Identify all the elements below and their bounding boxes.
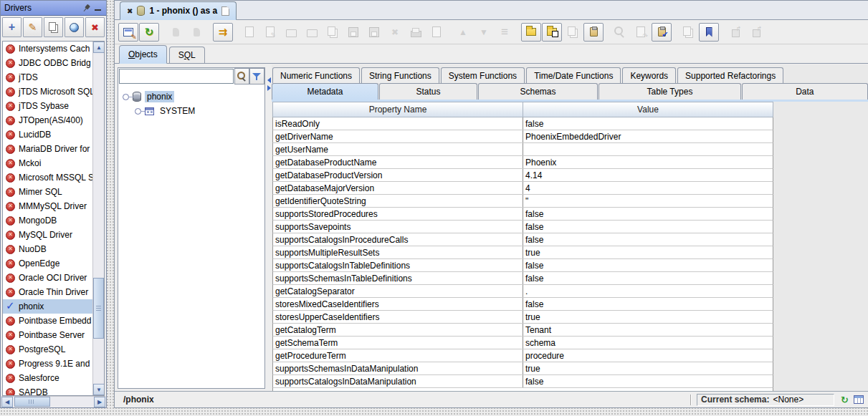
tree-search-input[interactable]	[119, 69, 234, 84]
session-properties-button[interactable]	[118, 23, 138, 42]
driver-list-item[interactable]: MMMySQL Driver	[3, 199, 92, 213]
tab-numeric-functions[interactable]: Numeric Functions	[272, 67, 360, 83]
vertical-scrollbar-thumb[interactable]	[93, 278, 104, 339]
driver-list-item[interactable]: Pointbase Embedd	[3, 314, 92, 328]
metadata-row[interactable]: storesMixedCaseIdentifiersfalse	[272, 298, 773, 311]
metadata-row[interactable]: getProcedureTermprocedure	[272, 349, 773, 362]
tab-string-functions[interactable]: String Functions	[361, 67, 439, 83]
property-name-cell: getUserName	[273, 143, 523, 155]
scroll-up-button[interactable]: ▲	[93, 42, 105, 53]
tab-objects[interactable]: Objects	[119, 45, 167, 64]
driver-list-item[interactable]: Progress 9.1E and	[3, 357, 92, 371]
metadata-row[interactable]: getDatabaseProductVersion4.14	[272, 169, 773, 182]
driver-list-item[interactable]: Pointbase Server	[3, 328, 92, 342]
expand-handle-icon[interactable]	[135, 108, 141, 115]
driver-list-item[interactable]: NuoDB	[3, 242, 92, 256]
paste-sql-history-button[interactable]	[583, 23, 604, 42]
tab-schemas[interactable]: Schemas	[478, 83, 598, 100]
metadata-row[interactable]: getDatabaseProductNamePhoenix	[272, 156, 773, 169]
tree-node-phonix[interactable]: phonix	[123, 90, 264, 104]
metadata-row[interactable]: getDriverNamePhoenixEmbeddedDriver	[272, 130, 773, 143]
scroll-down-button[interactable]: ▼	[93, 384, 105, 395]
metadata-row[interactable]: supportsMultipleResultSetstrue	[272, 246, 773, 259]
metadata-row[interactable]: getCatalogSeparator.	[272, 285, 773, 298]
column-header-property-name[interactable]: Property Name	[272, 102, 523, 117]
driver-list-item[interactable]: MySQL Driver	[3, 228, 92, 242]
minimize-icon[interactable]	[94, 4, 102, 13]
tab-metadata[interactable]: Metadata	[272, 83, 378, 100]
driver-list-item[interactable]: jTDS	[3, 70, 92, 84]
collapse-left-icon[interactable]	[267, 77, 271, 83]
metadata-row[interactable]: supportsStoredProceduresfalse	[272, 208, 773, 221]
driver-website-button[interactable]	[65, 17, 84, 37]
tab-status[interactable]: Status	[379, 83, 477, 100]
driver-list-item[interactable]: Salesforce	[3, 371, 92, 385]
detach-sql-worksheet-button[interactable]	[542, 23, 562, 42]
copy-driver-button[interactable]	[44, 17, 63, 37]
session-tab[interactable]: 1 - phonix () as a	[120, 1, 237, 20]
metadata-row[interactable]: supportsSchemasInTableDefinitionsfalse	[272, 272, 773, 285]
driver-list-item[interactable]: Microsoft MSSQL S	[3, 170, 92, 185]
pin-icon[interactable]	[80, 1, 92, 14]
new-sql-worksheet-button[interactable]	[521, 23, 541, 42]
driver-list-item[interactable]: OpenEdge	[3, 256, 92, 271]
value-cell: PhoenixEmbeddedDriver	[523, 130, 773, 142]
metadata-row[interactable]: supportsCatalogsInDataManipulationfalse	[272, 375, 773, 388]
driver-list-item[interactable]: jTDS Microsoft SQL	[3, 84, 92, 99]
close-session-icon[interactable]	[127, 6, 133, 16]
tab-supported-refactorings[interactable]: Supported Refactorings	[677, 67, 783, 83]
tab-sql[interactable]: SQL	[169, 47, 205, 63]
driver-list-item[interactable]: Oracle OCI Driver	[3, 271, 92, 285]
collapse-right-icon[interactable]	[267, 85, 271, 91]
metadata-row[interactable]: getDatabaseMajorVersion4	[272, 182, 773, 195]
metadata-row[interactable]: isReadOnlyfalse	[272, 117, 773, 130]
metadata-row[interactable]: getCatalogTermTenant	[272, 324, 773, 337]
metadata-row[interactable]: getUserName	[272, 143, 773, 156]
driver-list-item[interactable]: Intersystems Cach	[3, 42, 92, 56]
metadata-row[interactable]: supportsSchemasInDataManipulationtrue	[272, 362, 773, 375]
tree-search-button[interactable]	[234, 68, 249, 84]
delete-driver-button[interactable]	[85, 17, 105, 37]
edit-bookmarks-button[interactable]	[699, 23, 719, 42]
refresh-schema-icon[interactable]	[841, 395, 849, 405]
driver-list-item[interactable]: Oracle Thin Driver	[3, 285, 92, 299]
tab-system-functions[interactable]: System Functions	[441, 67, 525, 83]
tab-data[interactable]: Data	[742, 83, 868, 100]
tab-table-types[interactable]: Table Types	[598, 83, 740, 100]
driver-list-item[interactable]: Mimer SQL	[3, 185, 92, 199]
driver-list-item[interactable]: PostgreSQL	[3, 342, 92, 357]
driver-list-item[interactable]: Mckoi	[3, 156, 92, 170]
tree-filter-button[interactable]	[249, 68, 264, 84]
horizontal-scrollbar-thumb[interactable]	[14, 397, 50, 407]
validate-sql-button[interactable]	[652, 23, 672, 42]
metadata-row[interactable]: supportsCatalogsInTableDefinitionsfalse	[272, 259, 773, 272]
edit-driver-button[interactable]	[23, 17, 42, 37]
driver-list-item[interactable]: MongoDB	[3, 213, 92, 228]
current-schema-field[interactable]: Current schema: <None>	[697, 394, 834, 406]
metadata-row[interactable]: getIdentifierQuoteString"	[272, 195, 773, 208]
driver-list-item[interactable]: JDBC ODBC Bridg	[3, 56, 92, 70]
tab-keywords[interactable]: Keywords	[622, 67, 676, 83]
table-icon[interactable]	[854, 395, 864, 404]
tab-time-date-functions[interactable]: Time/Date Functions	[526, 67, 621, 83]
split-divider[interactable]	[267, 67, 272, 389]
column-header-value[interactable]: Value	[523, 102, 773, 117]
driver-list-item[interactable]: jTDS Sybase	[3, 99, 92, 113]
tree-node-system[interactable]: SYSTEM	[135, 104, 264, 118]
driver-list-item[interactable]: phonix	[3, 299, 92, 314]
driver-list-item[interactable]: SAPDB	[3, 385, 92, 395]
metadata-row[interactable]: supportsSavepointsfalse	[272, 221, 773, 233]
expand-handle-icon[interactable]	[123, 94, 129, 100]
reconnect-button[interactable]	[213, 23, 233, 42]
refresh-object-tree-button[interactable]	[139, 23, 159, 42]
metadata-row[interactable]: getSchemaTermschema	[272, 337, 773, 349]
driver-list-item[interactable]: JTOpen(AS/400)	[3, 113, 92, 127]
metadata-row[interactable]: supportsCatalogsInProcedureCallsfalse	[272, 233, 773, 246]
drivers-window-titlebar[interactable]: Drivers	[1, 1, 106, 16]
driver-list-item[interactable]: MariaDB Driver for	[3, 142, 92, 156]
scroll-right-button[interactable]: ▶	[94, 397, 105, 407]
scroll-left-button[interactable]: ◀	[1, 397, 13, 407]
driver-list-item[interactable]: LucidDB	[3, 127, 92, 142]
add-driver-button[interactable]	[2, 17, 22, 37]
metadata-row[interactable]: storesUpperCaseIdentifierstrue	[272, 311, 773, 324]
